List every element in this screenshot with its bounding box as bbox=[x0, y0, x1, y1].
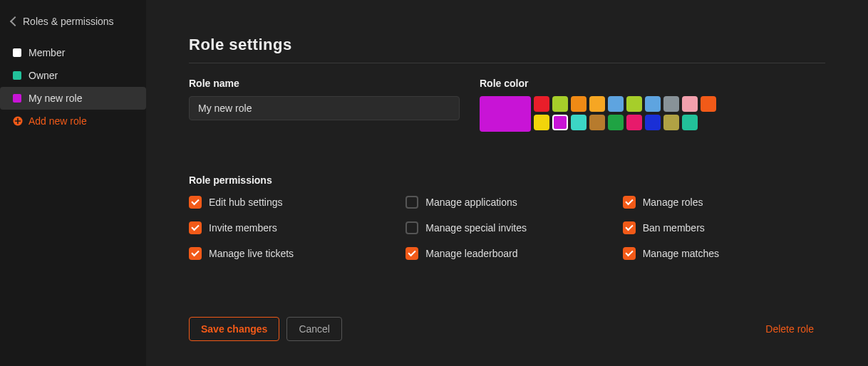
permission-item: Ban members bbox=[623, 221, 825, 234]
color-swatch[interactable] bbox=[663, 96, 679, 112]
sidebar-title: Roles & permissions bbox=[23, 16, 114, 27]
permission-checkbox[interactable] bbox=[623, 196, 636, 209]
permission-label: Ban members bbox=[643, 222, 705, 234]
color-swatch[interactable] bbox=[552, 96, 568, 112]
checkmark-icon bbox=[191, 197, 199, 205]
color-swatch[interactable] bbox=[534, 96, 549, 112]
color-swatch[interactable] bbox=[663, 115, 679, 130]
perms-title: Role permissions bbox=[189, 174, 825, 186]
swatch-row bbox=[534, 96, 716, 112]
color-swatch[interactable] bbox=[701, 96, 716, 112]
role-name-field: Role name bbox=[189, 78, 460, 132]
role-item-label: Member bbox=[29, 47, 65, 58]
save-button[interactable]: Save changes bbox=[189, 317, 279, 341]
main-content: Role settings Role name Role color Role … bbox=[146, 0, 868, 366]
checkmark-icon bbox=[625, 223, 633, 231]
color-swatch[interactable] bbox=[645, 96, 661, 112]
permission-item: Invite members bbox=[189, 221, 391, 234]
color-swatch[interactable] bbox=[626, 115, 642, 130]
color-preview bbox=[480, 96, 531, 132]
settings-row: Role name Role color bbox=[189, 78, 825, 132]
color-swatch[interactable] bbox=[534, 115, 549, 130]
sidebar-header[interactable]: Roles & permissions bbox=[0, 11, 146, 31]
color-picker bbox=[480, 96, 736, 132]
permission-label: Manage applications bbox=[425, 197, 517, 208]
role-color-swatch bbox=[13, 48, 21, 57]
permission-checkbox[interactable] bbox=[405, 221, 418, 234]
chevron-left-icon bbox=[10, 16, 17, 26]
checkmark-icon bbox=[625, 249, 633, 256]
permission-checkbox[interactable] bbox=[189, 196, 202, 209]
role-item-label: My new role bbox=[29, 93, 82, 104]
color-swatch[interactable] bbox=[682, 96, 698, 112]
color-swatch[interactable] bbox=[608, 115, 624, 130]
color-swatch[interactable] bbox=[589, 115, 605, 130]
permission-label: Manage matches bbox=[643, 248, 719, 259]
sidebar-role-item[interactable]: Owner bbox=[0, 64, 146, 87]
sidebar-role-item[interactable]: My new role bbox=[0, 87, 146, 110]
permission-label: Manage live tickets bbox=[209, 248, 294, 259]
role-color-swatch bbox=[13, 71, 21, 80]
checkmark-icon bbox=[191, 249, 199, 256]
permission-item: Manage leaderboard bbox=[405, 247, 608, 260]
permission-item: Manage roles bbox=[623, 196, 825, 209]
role-color-swatch bbox=[13, 94, 21, 103]
permission-checkbox[interactable] bbox=[623, 221, 636, 234]
footer-actions: Save changes Cancel Delete role bbox=[189, 317, 825, 341]
delete-role-button[interactable]: Delete role bbox=[754, 318, 825, 340]
permission-checkbox[interactable] bbox=[189, 247, 202, 260]
plus-circle-icon bbox=[13, 116, 23, 126]
checkmark-icon bbox=[625, 197, 633, 205]
color-swatch[interactable] bbox=[645, 115, 661, 130]
permission-label: Manage leaderboard bbox=[425, 248, 517, 259]
roles-list: MemberOwnerMy new role bbox=[0, 41, 146, 110]
permission-checkbox[interactable] bbox=[623, 247, 636, 260]
permission-item: Manage special invites bbox=[405, 221, 608, 234]
permission-checkbox[interactable] bbox=[405, 247, 418, 260]
permission-checkbox[interactable] bbox=[189, 221, 202, 234]
sidebar: Roles & permissions MemberOwnerMy new ro… bbox=[0, 0, 146, 366]
role-color-field: Role color bbox=[480, 78, 736, 132]
color-swatch[interactable] bbox=[682, 115, 698, 130]
color-swatch[interactable] bbox=[608, 96, 624, 112]
permissions-grid: Edit hub settingsManage applicationsMana… bbox=[189, 196, 825, 260]
color-swatch[interactable] bbox=[571, 96, 587, 112]
permission-checkbox[interactable] bbox=[405, 196, 418, 209]
checkmark-icon bbox=[191, 223, 199, 231]
role-name-label: Role name bbox=[189, 78, 460, 89]
permission-label: Edit hub settings bbox=[209, 197, 283, 208]
permission-item: Edit hub settings bbox=[189, 196, 391, 209]
permission-item: Manage live tickets bbox=[189, 247, 391, 260]
permission-item: Manage matches bbox=[623, 247, 825, 260]
permission-item: Manage applications bbox=[405, 196, 608, 209]
color-swatch[interactable] bbox=[571, 115, 587, 130]
checkmark-icon bbox=[408, 249, 416, 256]
role-name-input[interactable] bbox=[189, 96, 460, 120]
swatch-row bbox=[534, 115, 716, 130]
add-role-label: Add new role bbox=[29, 115, 87, 127]
page-title: Role settings bbox=[189, 36, 825, 63]
role-color-label: Role color bbox=[480, 78, 736, 89]
color-swatch[interactable] bbox=[552, 115, 568, 130]
role-item-label: Owner bbox=[29, 70, 58, 81]
cancel-button[interactable]: Cancel bbox=[286, 317, 342, 341]
permission-label: Manage special invites bbox=[425, 222, 527, 234]
permission-label: Manage roles bbox=[643, 197, 703, 208]
sidebar-role-item[interactable]: Member bbox=[0, 41, 146, 64]
add-role-button[interactable]: Add new role bbox=[0, 110, 146, 132]
color-swatch[interactable] bbox=[589, 96, 605, 112]
color-swatch[interactable] bbox=[626, 96, 642, 112]
permission-label: Invite members bbox=[209, 222, 277, 234]
color-swatch-rows bbox=[534, 96, 716, 132]
